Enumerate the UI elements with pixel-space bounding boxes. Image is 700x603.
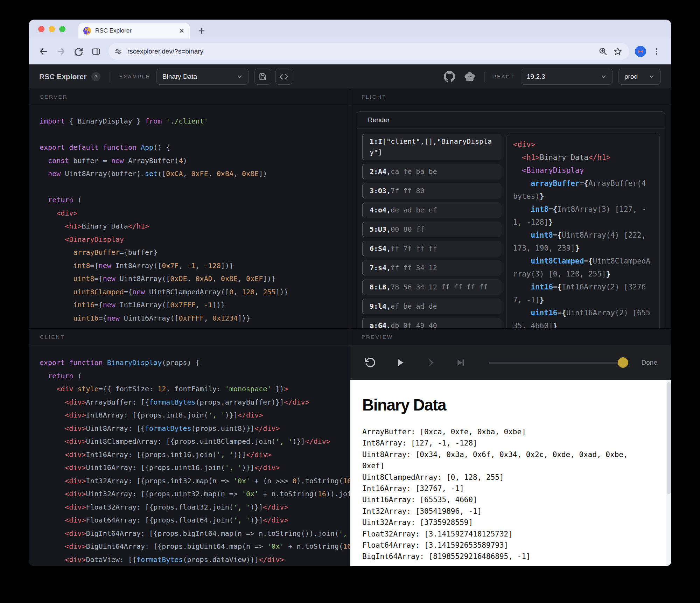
profile-avatar[interactable] [635, 46, 646, 57]
view-code-button[interactable] [275, 69, 292, 85]
render-title: Render [357, 112, 665, 129]
maximize-window-button[interactable] [59, 26, 65, 32]
site-favicon-icon [83, 27, 91, 35]
preview-scrollbar[interactable] [666, 380, 671, 566]
flight-jsx-tree: <div> <h1>Binary Data</h1> <BinaryDispla… [506, 134, 660, 328]
restart-icon[interactable] [364, 357, 376, 369]
react-version-select[interactable]: 19.2.3 [521, 69, 613, 85]
client-editor[interactable]: export function BinaryDisplay(props) { r… [29, 345, 350, 566]
flight-row[interactable]: 2:A4,ca fe ba be [362, 164, 502, 180]
chevron-down-icon [237, 73, 243, 80]
zoom-icon[interactable] [597, 45, 609, 57]
flight-row[interactable]: 6:S4,ff 7f ff ff [362, 241, 502, 257]
tab-title: RSC Explorer [95, 27, 178, 34]
example-label: EXAMPLE [119, 73, 150, 79]
example-select-value: Binary Data [162, 73, 197, 80]
preview-panel-header: PREVIEW [350, 329, 671, 345]
flight-row[interactable]: 7:s4,ff ff 34 12 [362, 260, 502, 276]
react-version-value: 19.2.3 [527, 73, 545, 80]
example-select[interactable]: Binary Data [156, 69, 249, 85]
save-icon [258, 72, 267, 81]
timeline-slider[interactable] [489, 357, 628, 369]
server-editor[interactable]: import { BinaryDisplay } from './client'… [29, 105, 350, 328]
preview-heading: Binary Data [362, 395, 650, 414]
code-brackets-icon [279, 72, 289, 82]
flight-row[interactable]: a:G4,db 0f 49 40 [362, 318, 502, 328]
server-panel-header: SERVER [29, 89, 350, 105]
help-button[interactable]: ? [91, 72, 100, 81]
bookmark-star-icon[interactable] [612, 45, 624, 57]
playback-controls: Done [350, 345, 671, 380]
flight-row[interactable]: 4:o4,de ad be ef [362, 202, 502, 218]
server-panel: SERVER import { BinaryDisplay } from './… [29, 89, 350, 329]
slider-track[interactable] [489, 362, 628, 364]
close-tab-icon[interactable] [178, 28, 185, 34]
flight-row[interactable]: 5:U3,00 80 ff [362, 222, 502, 237]
flight-row[interactable]: 8:L8,78 56 34 12 ff ff ff ff [362, 279, 502, 295]
app-header: RSC Explorer ? EXAMPLE Binary Data REACT… [29, 64, 671, 89]
new-tab-button[interactable] [197, 27, 206, 35]
play-icon[interactable] [394, 357, 406, 369]
preview-lines: ArrayBuffer: [0xca, 0xfe, 0xba, 0xbe]Int… [362, 426, 650, 562]
divider [484, 72, 485, 82]
tune-icon[interactable] [114, 47, 122, 56]
browser-toolbar: rscexplorer.dev/?s=binary [29, 38, 671, 64]
window-controls [38, 26, 65, 32]
browser-menu-icon[interactable] [650, 44, 664, 58]
browser-tab[interactable]: RSC Explorer [78, 23, 190, 38]
flight-row[interactable]: 1:I["client",[],"BinaryDisplay"] [362, 134, 502, 160]
react-label: REACT [492, 73, 514, 79]
divider [110, 72, 110, 82]
client-panel-header: CLIENT [29, 329, 350, 345]
flight-row[interactable]: 9:l4,ef be ad de [362, 299, 502, 314]
save-button[interactable] [254, 69, 271, 85]
flight-row-list: 1:I["client",[],"BinaryDisplay"]2:A4,ca … [362, 134, 502, 328]
close-window-button[interactable] [38, 26, 44, 32]
github-icon[interactable] [444, 71, 455, 82]
url-text[interactable]: rscexplorer.dev/?s=binary [127, 48, 597, 55]
reload-icon[interactable] [71, 44, 85, 58]
skip-to-end-icon[interactable] [455, 357, 467, 369]
tab-strip: RSC Explorer [29, 20, 671, 38]
minimize-window-button[interactable] [49, 26, 55, 32]
preview-scrollbar-thumb[interactable] [667, 382, 671, 494]
slider-knob[interactable] [618, 357, 628, 368]
flight-row[interactable]: 3:O3,7f ff 80 [362, 183, 502, 199]
env-select[interactable]: prod [618, 69, 661, 85]
flight-body: Render 1:I["client",[],"BinaryDisplay"]2… [350, 105, 671, 328]
render-card: Render 1:I["client",[],"BinaryDisplay"]2… [357, 111, 665, 328]
chevron-down-icon [649, 73, 655, 80]
client-panel: CLIENT export function BinaryDisplay(pro… [29, 329, 350, 566]
status-done-label: Done [642, 359, 657, 366]
main-grid: SERVER import { BinaryDisplay } from './… [29, 89, 671, 566]
env-select-value: prod [624, 73, 638, 80]
flight-panel-header: FLIGHT [350, 89, 671, 105]
chevron-down-icon [601, 73, 607, 80]
step-forward-icon[interactable] [425, 357, 436, 369]
mascot-icon[interactable] [464, 71, 475, 82]
preview-panel: PREVIEW Done [350, 329, 671, 566]
forward-icon[interactable] [54, 44, 68, 58]
browser-window: RSC Explorer rscexplorer.dev/?s=binary [29, 20, 671, 566]
back-icon[interactable] [36, 44, 50, 58]
flight-panel: FLIGHT Render 1:I["client",[],"BinaryDis… [350, 89, 671, 329]
preview-output: Binary Data ArrayBuffer: [0xca, 0xfe, 0x… [350, 380, 671, 566]
app-title: RSC Explorer [39, 72, 86, 81]
side-panel-icon[interactable] [89, 44, 103, 58]
url-bar[interactable]: rscexplorer.dev/?s=binary [108, 43, 629, 60]
